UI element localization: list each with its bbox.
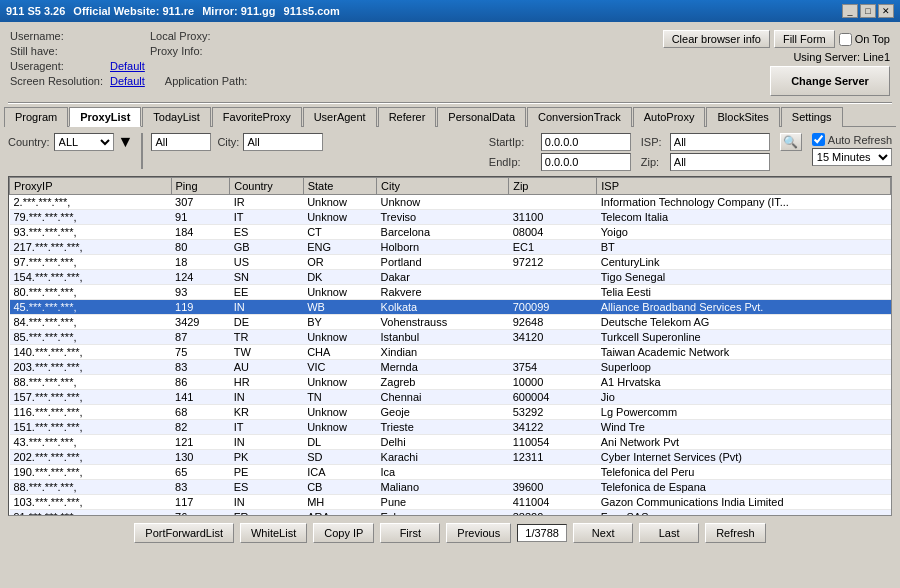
last-button[interactable]: Last bbox=[639, 523, 699, 543]
table-row[interactable]: 116.***.***.***, 68KRUnknowGeoje53292Lg … bbox=[10, 405, 891, 420]
previous-button[interactable]: Previous bbox=[446, 523, 511, 543]
country-dropdown-icon[interactable]: ▼ bbox=[118, 133, 134, 151]
zip-filter-label: Zip: bbox=[641, 156, 666, 168]
end-ip-input[interactable] bbox=[541, 153, 631, 171]
table-row[interactable]: 154.***.***.***, 124SNDKDakarTigo Senega… bbox=[10, 270, 891, 285]
table-row[interactable]: 43.***.***.***, 121INDLDelhi110054Ani Ne… bbox=[10, 435, 891, 450]
table-row[interactable]: 97.***.***.***, 18USORPortland97212Centu… bbox=[10, 255, 891, 270]
tab-todaylist[interactable]: TodayList bbox=[142, 107, 210, 127]
minimize-button[interactable]: _ bbox=[842, 4, 858, 18]
refresh-interval-select[interactable]: 15 Minutes 5 Minutes 30 Minutes bbox=[812, 148, 892, 166]
isp-filter-label: ISP: bbox=[641, 136, 666, 148]
proxy-table: ProxyIP Ping Country State City Zip ISP … bbox=[9, 177, 891, 516]
table-row[interactable]: 203.***.***.***, 83AUVICMernda3754Superl… bbox=[10, 360, 891, 375]
local-proxy-label: Local Proxy: bbox=[150, 30, 250, 42]
table-row[interactable]: 93.***.***.***, 184ESCTBarcelona08004Yoi… bbox=[10, 225, 891, 240]
table-row[interactable]: 45.***.***.***, 119INWBKolkata700099Alli… bbox=[10, 300, 891, 315]
useragent-label: Useragent: bbox=[10, 60, 110, 72]
refresh-button[interactable]: Refresh bbox=[705, 523, 766, 543]
extra-url: 911s5.com bbox=[284, 5, 340, 17]
top-section: Username: Local Proxy: Still have: Proxy… bbox=[4, 26, 896, 100]
screen-res-label: Screen Resolution: bbox=[10, 75, 110, 87]
table-row[interactable]: 157.***.***.***, 141INTNChennai600004Jio bbox=[10, 390, 891, 405]
main-container: Username: Local Proxy: Still have: Proxy… bbox=[0, 22, 900, 588]
page-info: 1/3788 bbox=[517, 524, 567, 542]
tab-useragent[interactable]: UserAgent bbox=[303, 107, 377, 127]
top-left-info: Username: Local Proxy: Still have: Proxy… bbox=[4, 26, 657, 100]
proxy-info-label: Proxy Info: bbox=[150, 45, 250, 57]
start-ip-label: StartIp: bbox=[489, 136, 537, 148]
table-row[interactable]: 151.***.***.***, 82ITUnknowTrieste34122W… bbox=[10, 420, 891, 435]
tabs-bar: Program ProxyList TodayList FavoriteProx… bbox=[4, 106, 896, 127]
col-ping[interactable]: Ping bbox=[171, 178, 230, 195]
proxy-table-container: ProxyIP Ping Country State City Zip ISP … bbox=[8, 176, 892, 516]
table-row[interactable]: 88.***.***.***, 83ESCBMaliano39600Telefo… bbox=[10, 480, 891, 495]
useragent-value[interactable]: Default bbox=[110, 60, 145, 72]
screen-res-value[interactable]: Default bbox=[110, 75, 145, 87]
col-city[interactable]: City bbox=[377, 178, 509, 195]
table-row[interactable]: 84.***.***.***, 3429DEBYVohenstrauss9264… bbox=[10, 315, 891, 330]
tab-blocksites[interactable]: BlockSites bbox=[706, 107, 779, 127]
country-filter-label: Country: bbox=[8, 136, 50, 148]
tab-settings[interactable]: Settings bbox=[781, 107, 843, 127]
country-select[interactable]: ALL bbox=[54, 133, 114, 151]
table-row[interactable]: 103.***.***.***, 117INMHPune411004Gazon … bbox=[10, 495, 891, 510]
close-button[interactable]: ✕ bbox=[878, 4, 894, 18]
col-proxyip[interactable]: ProxyIP bbox=[10, 178, 172, 195]
on-top-label[interactable]: On Top bbox=[839, 33, 890, 46]
tab-autoproxy[interactable]: AutoProxy bbox=[633, 107, 706, 127]
still-have-label: Still have: bbox=[10, 45, 110, 57]
tab-referer[interactable]: Referer bbox=[378, 107, 437, 127]
next-button[interactable]: Next bbox=[573, 523, 633, 543]
auto-refresh-checkbox[interactable] bbox=[812, 133, 825, 146]
clear-browser-button[interactable]: Clear browser info bbox=[663, 30, 770, 48]
table-row[interactable]: 85.***.***.***, 87TRUnknowIstanbul34120T… bbox=[10, 330, 891, 345]
tab-conversiontrack[interactable]: ConversionTrack bbox=[527, 107, 632, 127]
table-row[interactable]: 80.***.***.***, 93EEUnknowRakvereTelia E… bbox=[10, 285, 891, 300]
port-forward-button[interactable]: PortForwardList bbox=[134, 523, 234, 543]
whitelist-button[interactable]: WhiteList bbox=[240, 523, 307, 543]
tab-proxylist[interactable]: ProxyList bbox=[69, 107, 141, 127]
using-server-label: Using Server: Line1 bbox=[793, 51, 890, 63]
col-isp[interactable]: ISP bbox=[597, 178, 891, 195]
auto-refresh-label: Auto Refresh bbox=[828, 134, 892, 146]
col-country[interactable]: Country bbox=[230, 178, 303, 195]
change-server-button[interactable]: Change Server bbox=[770, 66, 890, 96]
col-zip[interactable]: Zip bbox=[509, 178, 597, 195]
official-website: Official Website: 911.re bbox=[73, 5, 194, 17]
fill-form-button[interactable]: Fill Form bbox=[774, 30, 835, 48]
table-row[interactable]: 202.***.***.***, 130PKSDKarachi12311Cybe… bbox=[10, 450, 891, 465]
table-row[interactable]: 140.***.***.***, 75TWCHAXindianTaiwan Ac… bbox=[10, 345, 891, 360]
col-state[interactable]: State bbox=[303, 178, 376, 195]
search-button[interactable]: 🔍 bbox=[780, 133, 802, 151]
bottom-bar: PortForwardList WhiteList Copy IP First … bbox=[4, 519, 896, 547]
table-row[interactable]: 190.***.***.***, 65PEICAIcaTelefonica de… bbox=[10, 465, 891, 480]
table-row[interactable]: 88.***.***.***, 86HRUnknowZagreb10000A1 … bbox=[10, 375, 891, 390]
copy-ip-button[interactable]: Copy IP bbox=[313, 523, 374, 543]
username-label: Username: bbox=[10, 30, 110, 42]
on-top-checkbox[interactable] bbox=[839, 33, 852, 46]
app-title: 911 S5 3.26 bbox=[6, 5, 65, 17]
table-row[interactable]: 217.***.***.***, 80GBENGHolbornEC1BT bbox=[10, 240, 891, 255]
zip-filter-input[interactable] bbox=[670, 153, 770, 171]
mirror: Mirror: 911.gg bbox=[202, 5, 275, 17]
all-filter-input[interactable] bbox=[151, 133, 211, 151]
tab-personaldata[interactable]: PersonalData bbox=[437, 107, 526, 127]
city-filter-input[interactable] bbox=[243, 133, 323, 151]
tab-favoriteproxy[interactable]: FavoriteProxy bbox=[212, 107, 302, 127]
table-row[interactable]: 79.***.***.***, 91ITUnknowTreviso31100Te… bbox=[10, 210, 891, 225]
title-bar: 911 S5 3.26 Official Website: 911.re Mir… bbox=[0, 0, 900, 22]
maximize-button[interactable]: □ bbox=[860, 4, 876, 18]
city-filter-label: City: bbox=[217, 136, 239, 148]
table-row[interactable]: 91.***.***.***, 76FRARAEybens38320Free S… bbox=[10, 510, 891, 517]
table-row[interactable]: 2.***.***.***, 307IRUnknowUnknowInformat… bbox=[10, 195, 891, 210]
isp-filter-input[interactable] bbox=[670, 133, 770, 151]
end-ip-label: EndIp: bbox=[489, 156, 537, 168]
app-path-label: Application Path: bbox=[165, 75, 265, 87]
tab-program[interactable]: Program bbox=[4, 107, 68, 127]
first-button[interactable]: First bbox=[380, 523, 440, 543]
start-ip-input[interactable] bbox=[541, 133, 631, 151]
top-right-controls: Clear browser info Fill Form On Top Usin… bbox=[657, 26, 896, 100]
